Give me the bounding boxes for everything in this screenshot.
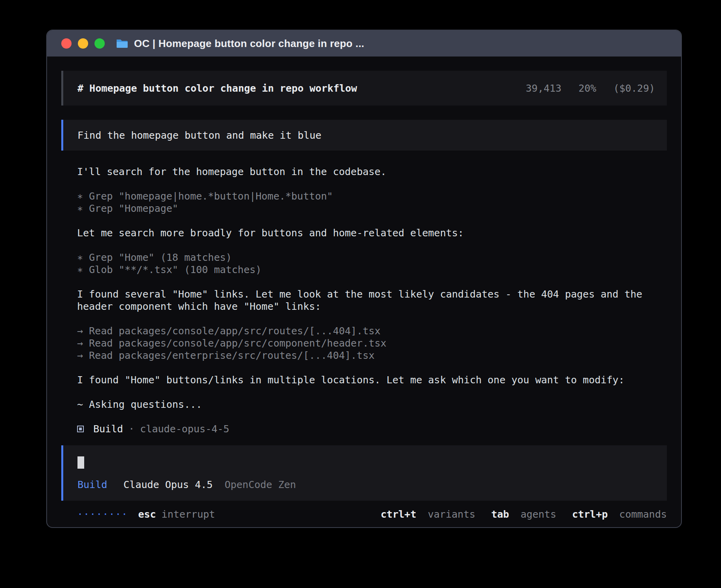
tool-call-grep: ∗Grep "homepage|home.*button|Home.*butto… xyxy=(77,190,667,202)
session-stats: 39,413 20% ($0.29) xyxy=(526,83,655,94)
tool-call-glob: ∗Glob "**/*.tsx" (100 matches) xyxy=(77,264,667,276)
shortcut-variants: ctrl+t variants xyxy=(381,509,476,520)
folder-icon xyxy=(116,38,128,49)
esc-key-label: interrupt xyxy=(162,509,215,520)
user-message: Find the homepage button and make it blu… xyxy=(61,120,667,151)
tool-call-text: Grep "Home" (18 matches) xyxy=(89,252,232,263)
status-bar: ········ esc interrupt ctrl+t variants t… xyxy=(77,508,667,520)
assistant-paragraph: I found "Home" buttons/links in multiple… xyxy=(77,374,667,386)
arrow-right-icon: → xyxy=(77,325,83,337)
tool-call-read: →Read packages/enterprise/src/routes/[..… xyxy=(77,349,667,362)
spinner-dots: ········ xyxy=(77,509,128,520)
zoom-button[interactable] xyxy=(94,38,105,49)
tool-call-group: ∗Grep "homepage|home.*button|Home.*butto… xyxy=(77,190,667,215)
shortcut-key: tab xyxy=(491,509,509,520)
minimize-button[interactable] xyxy=(78,38,88,49)
titlebar[interactable]: OC | Homepage button color change in rep… xyxy=(47,30,681,57)
tool-call-text: Grep "Homepage" xyxy=(89,203,178,214)
agent-info-row: Build · claude-opus-4-5 xyxy=(77,423,667,435)
prompt-input[interactable]: Build Claude Opus 4.5 OpenCode Zen xyxy=(61,445,667,501)
tool-call-read: →Read packages/console/app/src/component… xyxy=(77,337,667,349)
shortcut-hints: ctrl+t variants tab agents ctrl+p comman… xyxy=(365,509,667,520)
agent-name: Build xyxy=(93,423,123,435)
assistant-paragraph: Let me search more broadly for buttons a… xyxy=(77,227,667,239)
session-cost: ($0.29) xyxy=(613,83,655,94)
shortcut-label: agents xyxy=(521,509,556,520)
shortcut-commands: ctrl+p commands xyxy=(572,509,667,520)
esc-key-hint: esc xyxy=(138,509,156,520)
terminal-window: OC | Homepage button color change in rep… xyxy=(46,30,682,528)
tool-call-group: ∗Grep "Home" (18 matches) ∗Glob "**/*.ts… xyxy=(77,251,667,276)
token-count: 39,413 xyxy=(526,83,561,94)
provider-label: OpenCode Zen xyxy=(225,479,296,490)
session-title: # Homepage button color change in repo w… xyxy=(77,83,357,94)
window-title: OC | Homepage button color change in rep… xyxy=(134,38,364,50)
assistant-response: I'll search for the homepage button in t… xyxy=(77,166,667,435)
user-message-text: Find the homepage button and make it blu… xyxy=(77,130,321,141)
arrow-right-icon: → xyxy=(77,337,83,349)
session-header: # Homepage button color change in repo w… xyxy=(61,71,667,106)
asterisk-icon: ∗ xyxy=(77,202,83,215)
shortcut-label: variants xyxy=(428,509,475,520)
assistant-paragraph: I found several "Home" links. Let me loo… xyxy=(77,288,667,313)
context-percent: 20% xyxy=(578,83,596,94)
session-content: # Homepage button color change in repo w… xyxy=(47,57,681,520)
tool-call-read: →Read packages/console/app/src/routes/[.… xyxy=(77,325,667,337)
asterisk-icon: ∗ xyxy=(77,190,83,202)
assistant-paragraph: I'll search for the homepage button in t… xyxy=(77,166,667,178)
arrow-right-icon: → xyxy=(77,349,83,362)
dot-separator: · xyxy=(128,423,134,435)
tool-call-grep: ∗Grep "Home" (18 matches) xyxy=(77,251,667,264)
traffic-lights xyxy=(61,38,105,49)
tool-call-text: Grep "homepage|home.*button|Home.*button… xyxy=(89,190,333,202)
tool-call-text: Read packages/console/app/src/routes/[..… xyxy=(89,325,381,337)
model-info-row: Build Claude Opus 4.5 OpenCode Zen xyxy=(77,479,653,490)
tool-call-grep: ∗Grep "Homepage" xyxy=(77,202,667,215)
agent-model: claude-opus-4-5 xyxy=(140,423,229,435)
shortcut-label: commands xyxy=(619,509,667,520)
asterisk-icon: ∗ xyxy=(77,264,83,276)
model-name-label: Claude Opus 4.5 xyxy=(123,479,213,490)
close-button[interactable] xyxy=(61,38,72,49)
working-status: ~ Asking questions... xyxy=(77,398,667,411)
agent-build-icon xyxy=(77,426,84,432)
tool-call-text: Glob "**/*.tsx" (100 matches) xyxy=(89,264,262,275)
shortcut-key: ctrl+p xyxy=(572,509,608,520)
text-cursor xyxy=(77,456,84,469)
agent-mode-label[interactable]: Build xyxy=(77,479,107,490)
shortcut-agents: tab agents xyxy=(491,509,557,520)
tool-call-group: →Read packages/console/app/src/routes/[.… xyxy=(77,325,667,362)
shortcut-key: ctrl+t xyxy=(381,509,416,520)
tool-call-text: Read packages/console/app/src/component/… xyxy=(89,337,387,349)
asterisk-icon: ∗ xyxy=(77,251,83,264)
tool-call-text: Read packages/enterprise/src/routes/[...… xyxy=(89,350,374,361)
